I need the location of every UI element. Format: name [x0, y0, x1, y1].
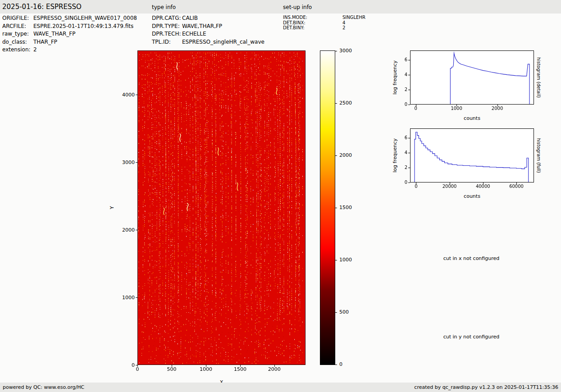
y-tick-label: 6 [388, 135, 407, 140]
info-value: ECHELLE [182, 31, 206, 37]
colorbar-tick-mark [335, 312, 337, 313]
colorbar-tick-mark [335, 208, 337, 208]
info-value: ESPRESSO_singleHR_cal_wave [182, 39, 265, 45]
info-value: ESPRESSO_SINGLEHR_WAVE017_0008 [33, 15, 137, 21]
x-tick-label: 1000 [445, 106, 468, 111]
histogram-full-plot: counts log frequency histogram (full) 02… [410, 128, 534, 182]
info-label: DET.BINX: [283, 20, 342, 26]
info-row: TPL.ID:ESPRESSO_singleHR_cal_wave [152, 38, 265, 46]
x-tick-label: 0 [405, 106, 427, 111]
colorbar-tick-mark [335, 51, 337, 51]
info-value: THAR_FP [33, 39, 57, 45]
y-tick-label: 4 [388, 150, 407, 155]
setup-info-heading: set-up info [283, 4, 312, 10]
x-tick-label: 60000 [505, 184, 528, 189]
footer-bar: powered by QC: www.eso.org/HC created by… [0, 383, 561, 392]
type-info-heading: type info [152, 4, 176, 10]
info-row: DPR.TECH:ECHELLE [152, 30, 265, 38]
y-tick-mark [408, 90, 410, 90]
y-tick-mark [408, 60, 410, 60]
y-tick-label: 0 [388, 180, 407, 185]
y-tick-label: 3000 [116, 160, 135, 165]
info-value: 4 [342, 20, 345, 25]
x-tick-label: 20000 [438, 184, 461, 189]
raw-image-plot: X Y 050010001500200001000200030004000 [137, 50, 306, 365]
info-value: 2 [342, 25, 345, 30]
info-label: DPR.TYPE: [152, 23, 182, 31]
qc-report-page: 2025-01-16: ESPRESSO type info set-up in… [0, 0, 561, 392]
histogram-detail-xlabel: counts [410, 115, 534, 121]
header-bar: 2025-01-16: ESPRESSO type info set-up in… [0, 0, 561, 14]
info-row: INS.MODE:SINGLEHR [283, 15, 365, 20]
info-row: ARCFILE:ESPRE.2025-01-17T10:49:13.479.fi… [2, 23, 137, 31]
x-tick-label: 1000 [195, 366, 217, 372]
y-tick-mark [408, 168, 410, 168]
x-tick-label: 40000 [472, 184, 494, 189]
x-tick-label: 1500 [229, 366, 251, 372]
setup-info-list: INS.MODE:SINGLEHR DET.BINX:4 DET.BINY:2 [283, 15, 365, 31]
info-label: do_class: [2, 38, 33, 46]
colorbar-tick-mark [335, 155, 337, 156]
y-tick-label: 4 [388, 72, 407, 77]
info-value: SINGLEHR [342, 15, 365, 20]
info-label: TPL.ID: [152, 38, 182, 46]
page-title: 2025-01-16: ESPRESSO [2, 3, 82, 11]
info-label: INS.MODE: [283, 15, 342, 20]
info-label: raw_type: [2, 30, 33, 38]
histogram-full-side-label: histogram (full) [536, 138, 541, 173]
y-tick-label: 0 [116, 362, 135, 368]
y-tick-label: 0 [388, 102, 407, 107]
info-row: DPR.TYPE:WAVE,THAR,FP [152, 23, 265, 31]
x-tick-label: 0 [405, 184, 427, 189]
colorbar: 050010001500200025003000 [320, 50, 335, 365]
y-tick-label: 4000 [116, 92, 135, 98]
footer-left-text: powered by QC: www.eso.org/HC [3, 384, 84, 390]
info-label: DPR.CATG: [152, 14, 182, 23]
info-row: DET.BINX:4 [283, 20, 365, 26]
histogram-full-xlabel: counts [410, 193, 534, 199]
y-tick-label: 2000 [116, 227, 135, 233]
info-value: WAVE_THAR_FP [33, 31, 75, 37]
file-info-list: ORIGFILE:ESPRESSO_SINGLEHR_WAVE017_0008 … [2, 14, 137, 54]
y-tick-label: 6 [388, 57, 407, 62]
info-label: ARCFILE: [2, 23, 33, 31]
colorbar-tick-label: 1000 [339, 257, 352, 263]
info-row: do_class:THAR_FP [2, 38, 137, 46]
colorbar-tick-mark [335, 260, 337, 260]
cut-y-message: cut in y not configured [422, 334, 521, 340]
y-tick-mark [408, 182, 410, 183]
y-tick-mark [408, 138, 410, 138]
info-row: extension:2 [2, 46, 137, 54]
info-value: ESPRE.2025-01-17T10:49:13.479.fits [33, 23, 133, 29]
info-label: ORIGFILE: [2, 14, 33, 23]
colorbar-tick-label: 500 [339, 310, 349, 315]
colorbar-tick-label: 1500 [339, 205, 352, 210]
colorbar-tick-label: 3000 [339, 48, 352, 54]
x-tick-label: 2000 [486, 106, 509, 111]
x-tick-label: 2000 [263, 366, 286, 372]
y-tick-mark [136, 365, 137, 365]
y-tick-mark [136, 230, 137, 230]
type-info-list: DPR.CATG:CALIB DPR.TYPE:WAVE,THAR,FP DPR… [152, 14, 265, 46]
info-value: 2 [33, 46, 37, 53]
info-row: DPR.CATG:CALIB [152, 14, 265, 23]
colorbar-tick-mark [335, 103, 337, 104]
y-tick-mark [408, 105, 410, 105]
y-tick-label: 2 [388, 87, 407, 92]
info-value: WAVE,THAR,FP [182, 23, 222, 29]
colorbar-tick-label: 2500 [339, 100, 352, 106]
info-label: DPR.TECH: [152, 30, 182, 38]
histogram-detail-plot: counts log frequency histogram (detail) … [410, 50, 534, 105]
cut-x-message: cut in x not configured [422, 255, 521, 261]
footer-right-text: created by qc_rawdisp.py v1.2.3 on 2025-… [414, 384, 558, 390]
y-axis-label: Y [109, 206, 115, 210]
info-row: raw_type:WAVE_THAR_FP [2, 30, 137, 38]
y-tick-mark [136, 297, 137, 298]
y-tick-mark [136, 162, 137, 163]
raw-image-canvas [137, 50, 306, 365]
y-tick-mark [136, 95, 137, 95]
y-tick-label: 1000 [116, 295, 135, 301]
colorbar-tick-mark [335, 365, 337, 365]
y-tick-label: 2 [388, 165, 407, 170]
info-row: ORIGFILE:ESPRESSO_SINGLEHR_WAVE017_0008 [2, 14, 137, 23]
